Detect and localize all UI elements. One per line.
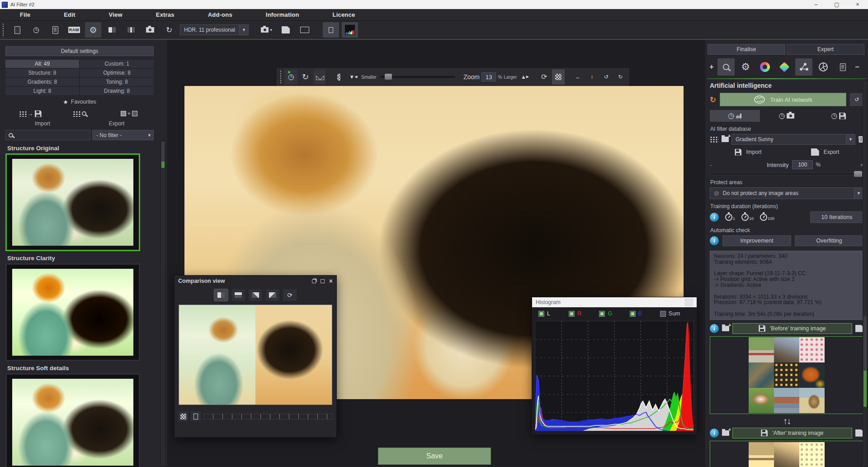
intensity-input[interactable]: 100 [792,160,813,169]
search-tool-button[interactable] [717,58,735,76]
preset-thumbnail[interactable] [5,373,140,467]
iterations-count-button[interactable]: 10 Iterations [810,211,863,223]
protect-dropdown[interactable]: ⊘ Do not protect any image areas ▼ [710,187,863,199]
expand-all-button[interactable]: + [708,63,715,71]
db-export-button[interactable]: Export [787,148,863,156]
color-wheel-button[interactable] [756,58,774,76]
preset-thumbnail[interactable] [5,263,140,361]
add-image-icon[interactable] [722,430,729,436]
color-space-button[interactable] [776,58,793,76]
panel-toggle-button[interactable] [323,22,339,38]
channel-sum-checkbox[interactable] [660,311,666,317]
compare-refresh-button[interactable]: ⟳ [283,289,297,301]
minimize-button[interactable]: – [806,0,826,9]
channel-r-checkbox[interactable] [569,311,575,317]
db-import-button[interactable]: Import [710,148,787,156]
category-light[interactable]: Light: 8 [5,87,79,95]
intensity-slider[interactable] [710,173,863,175]
training-history-chart-button[interactable]: ◷ [710,110,760,122]
zoom-toolbar-drag-handle[interactable] [279,70,281,84]
overfitting-button[interactable]: Overfitting [795,235,863,246]
close-icon[interactable]: × [329,277,333,285]
chevron-down-icon[interactable]: ▼ [239,25,248,35]
retrain-sync-icon[interactable]: ↻ [710,96,716,104]
split-diagonal2-button[interactable] [266,289,279,301]
maximize-button[interactable]: ▢ [826,0,847,9]
menu-file[interactable]: File [20,11,30,18]
close-button[interactable]: × [847,0,868,9]
menu-extras[interactable]: Extras [156,11,175,18]
ai-network-button[interactable] [795,58,812,76]
category-gradients[interactable]: Gradients: 8 [5,78,79,86]
channel-g-checkbox[interactable] [599,311,605,317]
report-button[interactable] [834,58,851,76]
category-drawing[interactable]: Drawing: 8 [80,87,154,95]
new-image-button[interactable] [9,22,25,38]
menu-view[interactable]: View [109,11,123,18]
divider-toggle-button[interactable] [191,411,201,421]
category-all[interactable]: All: 49 [5,60,79,68]
intensity-slider-knob[interactable] [854,171,862,177]
histogram-close-icon[interactable] [685,299,693,306]
dither-button[interactable] [333,69,345,85]
improvement-button[interactable]: Improvement [722,235,791,246]
channel-l-checkbox[interactable] [538,311,544,317]
iterations-10-button[interactable]: 10 [741,214,754,221]
category-toning[interactable]: Toning: 8 [80,78,154,86]
rotate-right-button[interactable]: ↻ [614,69,627,85]
crop-button[interactable] [552,69,564,85]
import-presets-button[interactable]: → [5,110,55,117]
zoom-slider[interactable] [380,76,455,78]
preset-search-input[interactable] [16,132,66,138]
add-database-icon[interactable] [722,137,729,142]
comparison-position-slider[interactable] [203,414,333,419]
fit-width-button[interactable]: ↔ [571,69,584,85]
rotate-left-button[interactable]: ↺ [600,69,612,85]
after-training-thumbnail[interactable] [710,441,863,467]
fit-height-button[interactable]: ↕ [586,69,598,85]
split-view-button[interactable] [104,22,120,38]
export-file-button[interactable] [278,22,294,38]
maximize-icon[interactable] [321,279,325,283]
split-vertical-button[interactable] [214,289,228,301]
tab-expert[interactable]: Expert [787,44,864,55]
copy-settings-button[interactable] [47,22,63,38]
export-to-plugin-button[interactable]: ▼ [259,22,275,38]
before-training-thumbnail[interactable] [710,336,863,414]
favourites-filter[interactable]: ★ Favourites [5,98,154,106]
toolbar-drag-handle[interactable] [2,23,5,37]
category-structure[interactable]: Structure: 8 [5,69,79,77]
preview-network-button[interactable]: ↺ [850,93,863,106]
menu-information[interactable]: Information [266,11,299,18]
refresh-button[interactable]: ↻ [299,69,311,85]
menu-edit[interactable]: Edit [64,11,75,18]
chevron-down-icon[interactable]: ▼ [846,134,855,144]
flip-button[interactable]: ◺◿ [313,69,326,85]
share-button[interactable]: ↻ [161,22,177,38]
tab-finalise[interactable]: Finalise [708,44,785,55]
background-toggle-button[interactable] [178,411,188,421]
auto-settings-button[interactable]: ⚙ [737,58,754,76]
save-button[interactable]: Save [378,448,491,465]
export-presets-button[interactable]: + [104,111,154,116]
split-horizontal-button[interactable] [231,289,245,301]
swap-images-button[interactable]: ↑↓ [710,416,863,426]
before-training-image-button[interactable]: 'Before' training image [732,323,852,334]
menu-licence[interactable]: Licence [333,11,355,18]
db-dropdown[interactable]: Gradient Sunny ▼ [731,134,855,145]
training-snapshot-button[interactable]: ◷ [762,110,812,122]
training-save-button[interactable]: ◷ [813,110,863,122]
add-image-icon[interactable] [722,326,729,331]
auto-preview-button[interactable]: ◷ [285,69,297,85]
double-view-button[interactable] [123,22,139,38]
filter-dropdown[interactable]: - No filter - ▼ [92,130,154,140]
intensity-minus[interactable]: - [710,162,716,168]
histogram-toggle-button[interactable] [342,22,358,38]
iterations-100-button[interactable]: 100 [760,214,774,221]
print-button[interactable] [142,22,158,38]
ai-panel-scrollbar[interactable] [863,81,868,467]
preset-browser-button[interactable] [55,111,104,117]
preset-search[interactable] [5,130,90,140]
zoom-value-input[interactable]: 13 [481,72,496,81]
default-settings-button[interactable]: Default settings [5,46,154,56]
